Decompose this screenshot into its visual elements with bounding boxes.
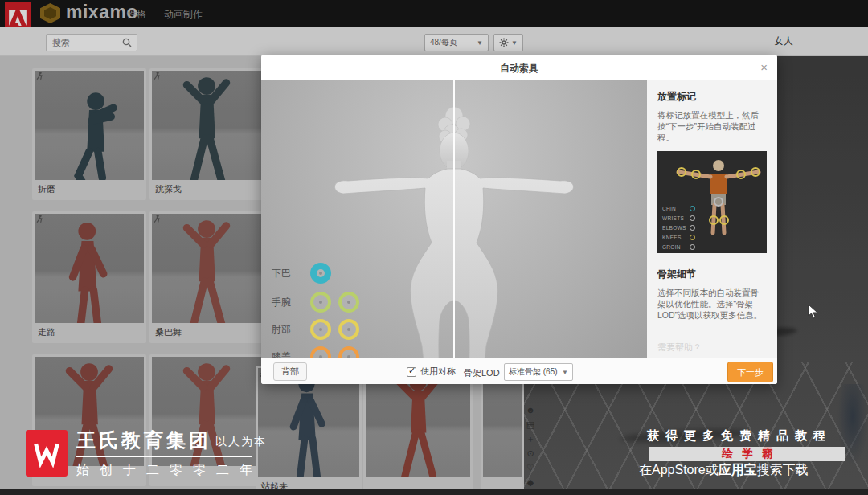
knee-marker-left[interactable] xyxy=(310,346,331,358)
dialog-title: 自动索具 xyxy=(261,62,777,76)
watermark-founded: 始创于二零零二年 xyxy=(76,462,263,479)
legend-ring xyxy=(690,215,695,221)
skeleton-detail-heading: 骨架细节 xyxy=(657,268,767,281)
mouse-cursor xyxy=(808,304,819,320)
elbow-marker-right[interactable] xyxy=(338,319,359,340)
back-view-button[interactable]: 背部 xyxy=(273,362,307,381)
place-markers-body: 将标记放置在模型上，然后按“下一步”开始自动装配过程。 xyxy=(657,109,767,143)
marker-legend: CHIN WRISTS ELBOWS KNEES GROIN xyxy=(662,204,695,252)
symmetry-control: 使用对称 xyxy=(407,366,456,378)
watermark-download-line: 在AppStore或应用宝搜索下载 xyxy=(639,462,809,479)
chin-marker[interactable] xyxy=(310,263,331,284)
watermark-promo-line: 获得更多免费精品教程 xyxy=(647,428,848,444)
watermark-slogan: 以人为本 xyxy=(215,435,267,449)
close-icon[interactable]: × xyxy=(760,61,768,73)
legend-ring xyxy=(690,235,695,240)
huixueba-brand: 绘学霸 xyxy=(713,447,782,461)
skeleton-detail-body: 选择不同版本的自动装置骨架以优化性能。选择“骨架LOD”选项以获取更多信息。 xyxy=(657,287,767,321)
chevron-down-icon: ▼ xyxy=(562,369,568,376)
marker-row-elbows: 肘部 xyxy=(272,317,392,342)
legend-ring xyxy=(690,244,695,250)
skeleton-lod-select[interactable]: 标准骨架 (65) ▼ xyxy=(504,363,573,381)
marker-row-wrists: 手腕 xyxy=(272,290,392,314)
place-markers-heading: 放置标记 xyxy=(657,90,767,104)
need-help-link[interactable]: 需要帮助？ xyxy=(657,342,767,354)
marker-row-chin: 下巴 xyxy=(272,261,392,285)
legend-ring xyxy=(690,225,695,231)
knee-marker-right[interactable] xyxy=(338,346,359,358)
marker-label: 下巴 xyxy=(272,267,310,280)
marker-label: 手腕 xyxy=(272,296,310,309)
symmetry-line xyxy=(453,80,455,358)
marker-label: 肘部 xyxy=(272,323,310,337)
legend-ring xyxy=(690,206,695,211)
w-book-icon xyxy=(31,437,63,469)
symmetry-label: 使用对称 xyxy=(420,366,456,378)
symmetry-checkbox[interactable] xyxy=(407,367,416,377)
rigging-canvas[interactable]: 下巴 手腕 肘部 膝盖 腹股沟 xyxy=(261,80,647,358)
lod-label: 骨架LOD xyxy=(464,367,500,379)
dialog-header: 自动索具 × xyxy=(261,55,777,80)
wangshi-logo xyxy=(26,430,68,477)
next-button[interactable]: 下一步 xyxy=(727,362,773,382)
auto-rigger-dialog: 自动索具 × xyxy=(261,55,777,384)
wrist-marker-left[interactable] xyxy=(310,292,331,313)
watermark-divider xyxy=(76,456,252,457)
screen: mixamo 性格 动画制作 Adobe 48/每页 ▼ ▼ xyxy=(0,0,868,495)
example-rig-image: CHIN WRISTS ELBOWS KNEES GROIN xyxy=(657,151,767,253)
watermark-org-name: 王氏教育集团 xyxy=(76,428,211,453)
instructions-panel: 放置标记 将标记放置在模型上，然后按“下一步”开始自动装配过程。 xyxy=(647,80,777,358)
marker-row-knees: 膝盖 xyxy=(272,345,392,358)
dialog-footer: 背部 使用对称 骨架LOD 标准骨架 (65) ▼ 下一步 xyxy=(261,358,777,384)
huixueba-banner: 绘学霸 xyxy=(649,447,845,461)
elbow-marker-left[interactable] xyxy=(310,319,331,340)
marker-label: 膝盖 xyxy=(272,350,310,358)
wrist-marker-right[interactable] xyxy=(338,292,359,313)
